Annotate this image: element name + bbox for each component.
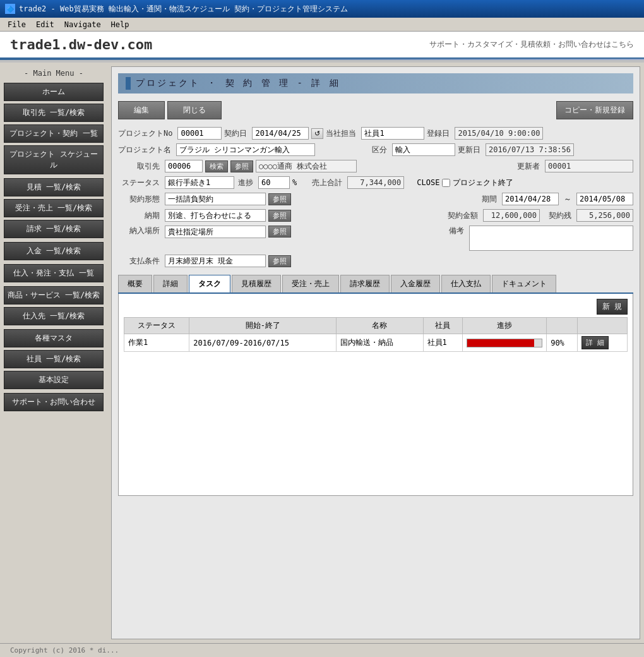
status-input[interactable] [165, 176, 234, 189]
sidebar-item-project-list[interactable]: プロジェクト・契約 一覧 [4, 124, 104, 143]
sidebar-item-staff[interactable]: 社員 一覧/検索 [4, 350, 104, 368]
sidebar-item-home[interactable]: ホーム [4, 83, 104, 101]
col-extra2 [578, 318, 628, 334]
app-header: trade1.dw-dev.com サポート・カスタマイズ・見積依頼・お問い合わ… [0, 32, 644, 59]
koushin-label: 更新日 [458, 145, 483, 155]
sidebar-item-nyukin[interactable]: 入金 一覧/検索 [4, 242, 104, 260]
sidebar-item-torihiki[interactable]: 取引先 一覧/検索 [4, 104, 104, 122]
support-link[interactable]: サポート・カスタマイズ・見積依頼・お問い合わせはこちら [429, 39, 634, 50]
project-no-label: プロジェクトNo [118, 128, 175, 139]
sidebar-item-shiire[interactable]: 仕入・発注・支払 一覧 [4, 264, 104, 282]
close-button[interactable]: 閉じる [167, 101, 222, 119]
page-title-marker [126, 77, 131, 90]
shinchoku-input[interactable] [258, 176, 290, 189]
tab-detail[interactable]: 詳細 [153, 275, 188, 292]
shiharai-label: 支払条件 [118, 256, 162, 267]
main-panel: プロジェクト ・ 契 約 管 理 - 詳 細 編集 閉じる コピー・新規登録 プ… [111, 66, 640, 639]
sidebar-item-shohin[interactable]: 商品・サービス 一覧/検索 [4, 286, 104, 304]
title-bar: 🔷 trade2 - Web貿易実務 輸出輸入・通関・物流スケジュール 契約・プ… [0, 0, 644, 18]
form-row-7: 納入場所 参照 備考 [118, 226, 633, 251]
kikan-to-input[interactable] [576, 193, 633, 205]
tab-document[interactable]: ドキュメント [492, 275, 556, 292]
sidebar: - Main Menu - ホーム 取引先 一覧/検索 プロジェクト・契約 一覧… [0, 63, 107, 643]
tab-seikyuu[interactable]: 請求履歴 [340, 275, 390, 292]
contract-date-input[interactable] [252, 127, 309, 140]
task-name: 国内輸送・納品 [337, 334, 423, 352]
form-row-2: プロジェクト名 区分 更新日 [118, 143, 633, 156]
close-checkbox-label: CLOSE [417, 178, 439, 187]
sidebar-item-ukewatashi[interactable]: 受注・売上 一覧/検索 [4, 199, 104, 217]
col-period: 開始-終了 [189, 318, 337, 334]
sidebar-item-project-schedule[interactable]: プロジェクト スケジュール [4, 145, 104, 174]
project-name-label: プロジェクト名 [118, 145, 174, 155]
nouki-input[interactable] [165, 209, 266, 222]
keiyakukin-value [483, 209, 540, 222]
sidebar-item-shiire-saki[interactable]: 仕入先 一覧/検索 [4, 307, 104, 325]
menu-help[interactable]: Help [106, 19, 134, 30]
new-task-button[interactable]: 新 規 [597, 299, 628, 315]
form-row-6: 納期 参照 契約金額 契約残 [118, 209, 633, 222]
copyright: Copyright (c) 2016 * di... [10, 646, 119, 654]
page-title: プロジェクト ・ 契 約 管 理 - 詳 細 [136, 78, 340, 89]
col-name: 名称 [337, 318, 423, 334]
nouki-label: 納期 [118, 210, 162, 221]
close-checkbox[interactable] [442, 179, 450, 187]
menu-navigate[interactable]: Navigate [59, 19, 106, 30]
tab-gaiyou[interactable]: 概要 [118, 275, 152, 292]
keiyaku-label: 契約形態 [118, 194, 162, 205]
tab-content: 新 規 ステータス 開始-終了 名称 社員 進捗 [118, 294, 633, 496]
toolbar: 編集 閉じる コピー・新規登録 [118, 101, 633, 119]
task-progress-bar [463, 334, 547, 352]
sidebar-item-seikyuu[interactable]: 請求 一覧/検索 [4, 220, 104, 238]
tab-task[interactable]: タスク [189, 275, 230, 292]
koushinsha-value [545, 160, 633, 172]
uriago-label: 売上合計 [307, 178, 345, 188]
keiyaku-ref-button[interactable]: 参照 [268, 193, 291, 205]
tab-shiire[interactable]: 仕入支払 [441, 275, 491, 292]
sidebar-item-master[interactable]: 各種マスタ [4, 329, 104, 347]
menu-edit[interactable]: Edit [31, 19, 59, 30]
tab-ukewatashi[interactable]: 受注・売上 [282, 275, 339, 292]
torihiki-name [256, 160, 357, 172]
kikan-from-input[interactable] [502, 193, 559, 205]
copy-new-button[interactable]: コピー・新規登録 [556, 101, 633, 119]
close-area: CLOSE プロジェクト終了 [417, 178, 513, 188]
kubun-input[interactable] [392, 143, 455, 156]
sidebar-item-mitsumori[interactable]: 見積 一覧/検索 [4, 178, 104, 196]
app-icon: 🔷 [5, 4, 15, 14]
shiharai-input[interactable] [165, 255, 266, 267]
torihiki-search-button[interactable]: 検索 [205, 160, 228, 172]
torihiki-ref-button[interactable]: 参照 [230, 160, 253, 172]
project-end-label: プロジェクト終了 [453, 178, 513, 188]
col-progress: 進捗 [463, 318, 547, 334]
task-detail-button[interactable]: 詳 細 [581, 336, 609, 349]
tab-nyukin[interactable]: 入金履歴 [391, 275, 440, 292]
col-status: ステータス [124, 318, 189, 334]
form-row-8: 支払条件 参照 [118, 255, 633, 267]
basho-label: 納入場所 [118, 226, 162, 236]
task-period: 2016/07/09-2016/07/15 [189, 334, 337, 352]
col-staff: 社員 [423, 318, 463, 334]
shinchoku-label: 進捗 [237, 178, 256, 188]
refresh-button[interactable]: ↺ [311, 128, 323, 139]
nouki-ref-button[interactable]: 参照 [268, 210, 291, 222]
keiyaku-input[interactable] [165, 193, 266, 205]
biko-label: 備考 [448, 226, 467, 236]
basho-ref-button[interactable]: 参照 [268, 226, 291, 238]
tantou-input[interactable] [361, 127, 424, 140]
menu-file[interactable]: File [3, 19, 31, 30]
shiharai-ref-button[interactable]: 参照 [268, 255, 291, 267]
basho-input[interactable] [165, 226, 266, 238]
torihiki-code[interactable] [165, 160, 203, 172]
biko-textarea[interactable] [469, 226, 633, 251]
sidebar-item-kihon[interactable]: 基本設定 [4, 371, 104, 389]
sidebar-item-support[interactable]: サポート・お問い合わせ [4, 393, 104, 411]
project-no-input[interactable] [177, 127, 222, 140]
tabs-container: 概要 詳細 タスク 見積履歴 受注・売上 請求履歴 入金履歴 仕入支払 ドキュメ… [118, 275, 633, 496]
form-row-5: 契約形態 参照 期間 ～ [118, 193, 633, 205]
edit-button[interactable]: 編集 [118, 101, 165, 119]
project-name-input[interactable] [176, 143, 315, 156]
task-progress-label: 90% [547, 334, 578, 352]
tabs-bar: 概要 詳細 タスク 見積履歴 受注・売上 請求履歴 入金履歴 仕入支払 ドキュメ… [118, 275, 633, 294]
tab-mitsumori[interactable]: 見積履歴 [232, 275, 281, 292]
